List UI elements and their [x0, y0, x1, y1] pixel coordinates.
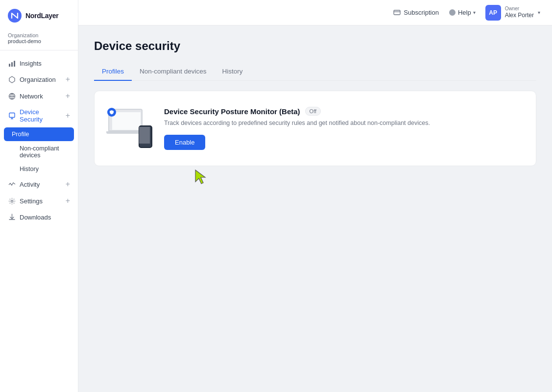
sidebar-subitem-non-compliant-label: Non-compliant devices	[20, 145, 70, 159]
downloads-icon	[8, 213, 16, 221]
sidebar-item-activity[interactable]: Activity +	[0, 176, 78, 193]
shield-icon	[109, 110, 114, 115]
sidebar-nav: Insights Organization + Network	[0, 53, 78, 392]
topbar: Subscription Help ▾ AP Owner Alex Porter…	[78, 0, 552, 25]
subscription-button[interactable]: Subscription	[393, 9, 439, 16]
avatar: AP	[485, 5, 501, 21]
page-content: Device security Profiles Non-compliant d…	[78, 25, 552, 392]
svg-rect-1	[9, 64, 10, 67]
user-menu[interactable]: AP Owner Alex Porter ▾	[485, 5, 540, 21]
settings-icon	[8, 197, 16, 205]
sidebar-item-organization[interactable]: Organization +	[0, 71, 78, 88]
avatar-initials: AP	[489, 9, 497, 16]
sidebar-item-device-security[interactable]: Device Security +	[0, 104, 78, 127]
organization-plus-icon: +	[66, 75, 70, 84]
tab-history[interactable]: History	[215, 63, 251, 81]
logo-area: NordLayer	[0, 0, 78, 29]
shield-badge	[107, 108, 116, 117]
chart-icon	[8, 59, 16, 67]
org-label: Organization	[8, 32, 70, 38]
card-info: Device Security Posture Monitor (Beta) O…	[164, 107, 522, 150]
logo-text: NordLayer	[25, 12, 58, 20]
activity-icon	[8, 180, 16, 188]
tab-history-label: History	[222, 68, 243, 75]
enable-button[interactable]: Enable	[164, 135, 205, 150]
sidebar-item-downloads-label: Downloads	[20, 214, 70, 221]
sidebar-item-activity-label: Activity	[20, 181, 62, 188]
sidebar-item-network[interactable]: Network +	[0, 88, 78, 104]
laptop-screen	[112, 112, 141, 130]
sidebar-item-network-label: Network	[20, 93, 62, 100]
svg-rect-7	[394, 10, 400, 15]
device-security-sub-nav: Profile Non-compliant devices History	[0, 127, 78, 176]
card-title: Device Security Posture Monitor (Beta)	[164, 107, 300, 116]
phone-screen	[139, 127, 150, 144]
sidebar-subitem-profile-label: Profile	[12, 131, 29, 138]
sidebar-divider	[0, 50, 78, 50]
help-icon	[449, 9, 456, 16]
sidebar-item-device-security-label: Device Security	[20, 108, 62, 123]
phone-body	[139, 125, 152, 148]
svg-point-8	[449, 9, 456, 16]
network-icon	[8, 92, 16, 100]
svg-rect-5	[9, 113, 15, 117]
svg-rect-2	[11, 62, 13, 67]
sidebar: NordLayer Organization product-demo Insi…	[0, 0, 78, 392]
device-security-icon	[8, 112, 16, 120]
card-illustration	[108, 109, 152, 148]
subscription-icon	[393, 9, 401, 16]
sidebar-item-insights[interactable]: Insights	[0, 55, 78, 71]
user-name: Alex Porter	[505, 12, 534, 20]
org-icon	[8, 75, 16, 83]
device-security-card: Device Security Posture Monitor (Beta) O…	[94, 91, 536, 166]
help-button[interactable]: Help ▾	[449, 9, 476, 16]
help-chevron-icon: ▾	[473, 10, 476, 15]
tab-non-compliant-devices[interactable]: Non-compliant devices	[132, 63, 215, 81]
svg-point-6	[11, 200, 13, 202]
sidebar-item-settings[interactable]: Settings +	[0, 193, 78, 209]
sidebar-item-settings-label: Settings	[20, 197, 62, 205]
user-chevron-icon: ▾	[538, 10, 540, 15]
nordlayer-logo-icon	[8, 9, 22, 23]
tab-profiles-label: Profiles	[102, 68, 124, 75]
device-security-plus-icon: +	[66, 111, 70, 120]
card-header: Device Security Posture Monitor (Beta) O…	[164, 107, 522, 116]
user-role: Owner	[505, 5, 534, 12]
sidebar-subitem-history-label: History	[20, 166, 39, 172]
activity-plus-icon: +	[66, 180, 70, 189]
tab-non-compliant-devices-label: Non-compliant devices	[140, 68, 207, 75]
subscription-label: Subscription	[404, 9, 439, 16]
tab-profiles[interactable]: Profiles	[94, 63, 132, 81]
user-info: Owner Alex Porter	[505, 5, 534, 20]
card-description: Track devices according to predefined se…	[164, 119, 522, 128]
page-title: Device security	[94, 39, 536, 53]
main-content: Subscription Help ▾ AP Owner Alex Porter…	[78, 0, 552, 392]
sidebar-item-downloads[interactable]: Downloads	[0, 209, 78, 225]
network-plus-icon: +	[66, 92, 70, 100]
sidebar-subitem-profile[interactable]: Profile	[4, 127, 74, 141]
svg-rect-3	[14, 61, 15, 67]
sidebar-subitem-non-compliant[interactable]: Non-compliant devices	[0, 142, 78, 162]
sidebar-item-insights-label: Insights	[20, 60, 70, 67]
settings-plus-icon: +	[66, 196, 70, 205]
org-section: Organization product-demo	[0, 29, 78, 50]
help-label: Help	[458, 9, 471, 16]
tabs: Profiles Non-compliant devices History	[94, 63, 536, 81]
org-name: product-demo	[8, 38, 70, 44]
status-badge: Off	[305, 107, 321, 116]
sidebar-item-organization-label: Organization	[20, 76, 62, 83]
sidebar-subitem-history[interactable]: History	[0, 162, 78, 176]
